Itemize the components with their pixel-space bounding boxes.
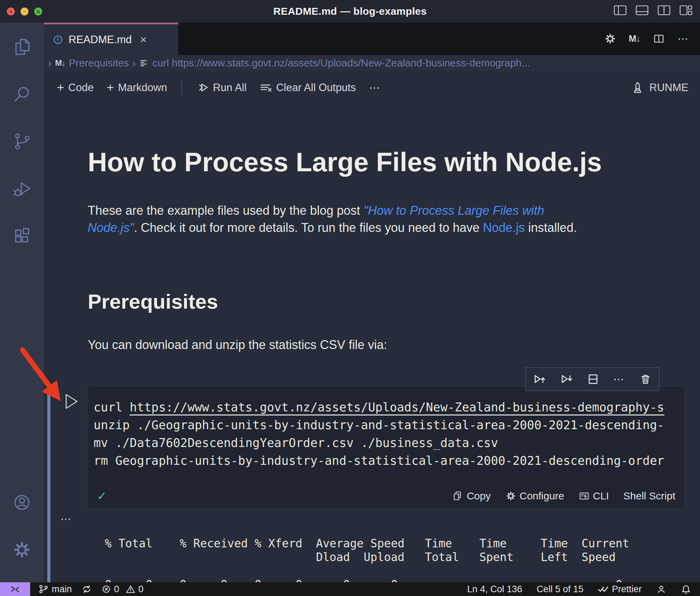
- feedback-person-icon[interactable]: [656, 584, 666, 594]
- tab-strip: README.md × M↓ ⋯: [44, 23, 700, 55]
- source-control-icon[interactable]: [12, 132, 32, 151]
- code-editor[interactable]: curl https://www.stats.govt.nz/assets/Up…: [88, 387, 684, 470]
- code-line: curl https://www.stats.govt.nz/assets/Up…: [94, 400, 664, 415]
- editor-settings-gear-icon[interactable]: [604, 33, 616, 45]
- split-cell-icon[interactable]: [587, 373, 599, 385]
- customize-layout-icon[interactable]: [679, 5, 692, 15]
- formatter-label: Prettier: [612, 584, 642, 595]
- execute-above-icon[interactable]: [533, 373, 546, 386]
- branch-name: main: [52, 584, 72, 595]
- symbol-list-icon: [139, 58, 149, 68]
- blog-post-link[interactable]: "How to Process Large Files with: [363, 203, 544, 218]
- copy-icon: [452, 491, 463, 501]
- problems-indicator[interactable]: 0 0: [101, 584, 144, 595]
- cell-toolbar: ⋯: [525, 367, 660, 391]
- add-code-label: Code: [68, 82, 94, 94]
- run-all-button[interactable]: Run All: [196, 82, 246, 94]
- activity-bar: [0, 23, 44, 582]
- plus-icon: +: [57, 82, 64, 94]
- info-icon: [53, 35, 63, 45]
- intro-paragraph: These are the example files used by the …: [88, 202, 577, 236]
- settings-gear-icon[interactable]: [12, 540, 32, 560]
- tab-label: README.md: [69, 34, 132, 46]
- page-title: How to Process Large Files with Node.js: [88, 147, 602, 178]
- error-count: 0: [114, 584, 119, 595]
- plus-icon: +: [107, 82, 114, 94]
- accounts-icon[interactable]: [12, 493, 32, 512]
- runme-rocket-icon: [631, 81, 644, 95]
- add-markdown-label: Markdown: [118, 82, 167, 94]
- code-cell[interactable]: curl https://www.stats.govt.nz/assets/Up…: [88, 386, 685, 508]
- intro-text: These are the example files used by the …: [88, 203, 363, 218]
- copy-button[interactable]: Copy: [452, 490, 491, 502]
- language-mode-label[interactable]: Shell Script: [623, 490, 675, 502]
- extensions-icon[interactable]: [12, 226, 32, 246]
- blog-post-link[interactable]: Node.js": [88, 221, 134, 235]
- success-check-icon: ✓: [97, 489, 107, 503]
- tab-readme[interactable]: README.md ×: [44, 23, 178, 55]
- explorer-icon[interactable]: [12, 37, 32, 57]
- run-debug-icon[interactable]: [12, 179, 32, 199]
- cell-more-actions-icon[interactable]: ⋯: [613, 373, 625, 386]
- toolbar-more-icon[interactable]: ⋯: [369, 81, 381, 94]
- toggle-primary-sidebar-icon[interactable]: [614, 5, 627, 15]
- cursor-position[interactable]: Ln 4, Col 136: [467, 584, 522, 595]
- remote-indicator-button[interactable]: [0, 582, 30, 596]
- branch-indicator[interactable]: main: [38, 584, 72, 595]
- error-icon: [101, 584, 111, 594]
- run-all-label: Run All: [213, 82, 246, 94]
- notifications-bell-icon[interactable]: [681, 584, 691, 594]
- git-branch-icon: [38, 584, 49, 594]
- toggle-panel-icon[interactable]: [636, 5, 649, 15]
- toggle-secondary-sidebar-icon[interactable]: [657, 5, 671, 15]
- search-icon[interactable]: [12, 84, 32, 104]
- intro-text: . Check it out for more details. To run …: [134, 221, 483, 235]
- execute-below-icon[interactable]: [560, 373, 573, 386]
- open-preview-icon[interactable]: M↓: [629, 34, 640, 44]
- window-title: README.md — blog-examples: [0, 0, 700, 23]
- run-cell-button[interactable]: [64, 393, 80, 410]
- chevron-right-icon: ›: [48, 57, 52, 70]
- code-line: unzip ./Geographic-units-by-industry-and…: [94, 418, 664, 432]
- warning-icon: [126, 584, 135, 594]
- runme-label: RUNME: [649, 82, 688, 94]
- add-markdown-cell-button[interactable]: + Markdown: [107, 82, 167, 94]
- download-instruction-text: You can download and unzip the statistic…: [88, 338, 387, 352]
- markdown-symbol-icon: M↓: [55, 58, 65, 68]
- delete-cell-icon[interactable]: [639, 373, 652, 386]
- split-editor-icon[interactable]: [653, 33, 665, 45]
- add-code-cell-button[interactable]: + Code: [57, 82, 94, 94]
- notebook-toolbar: + Code + Markdown Run All Clear All Outp…: [44, 71, 700, 104]
- code-line: mv ./Data7602DescendingYearOrder.csv ./b…: [94, 436, 498, 450]
- chevron-right-icon: ›: [132, 57, 136, 70]
- cli-button[interactable]: CLI: [579, 490, 609, 502]
- cell-status-bar: ✓ Copy Configure CLI Shell Script: [88, 485, 684, 507]
- configure-button[interactable]: Configure: [505, 490, 564, 502]
- code-line: rm Geographic-units-by-industry-and-stat…: [94, 454, 664, 468]
- cli-icon: [579, 491, 590, 501]
- configure-label: Configure: [520, 490, 564, 502]
- breadcrumb: › M↓ Prerequisites › curl https://www.st…: [44, 55, 700, 71]
- formatter-indicator[interactable]: Prettier: [598, 584, 642, 595]
- copy-label: Copy: [467, 490, 491, 502]
- tab-close-icon[interactable]: ×: [140, 33, 147, 46]
- sync-icon[interactable]: [82, 584, 92, 594]
- cell-position[interactable]: Cell 5 of 15: [536, 584, 583, 595]
- runme-button[interactable]: RUNME: [631, 81, 688, 95]
- status-bar: main 0 0 Ln 4, Col 136 Cell 5 of 15 Pret…: [0, 582, 700, 596]
- nodejs-link[interactable]: Node.js: [483, 221, 525, 235]
- output-collapse-indicator[interactable]: ⋯: [60, 512, 71, 525]
- cli-label: CLI: [593, 490, 609, 502]
- breadcrumb-section[interactable]: curl https://www.stats.govt.nz/assets/Up…: [152, 57, 530, 69]
- more-actions-icon[interactable]: ⋯: [677, 32, 689, 45]
- clear-all-outputs-button[interactable]: Clear All Outputs: [260, 82, 356, 94]
- gear-icon: [505, 491, 516, 501]
- double-check-icon: [598, 584, 609, 594]
- remote-icon: [10, 584, 21, 595]
- prerequisites-heading: Prerequisites: [88, 290, 218, 313]
- code-url-link[interactable]: https://www.stats.govt.nz/assets/Uploads…: [130, 400, 664, 415]
- breadcrumb-section[interactable]: Prerequisites: [69, 57, 129, 69]
- toolbar-separator: [181, 80, 182, 95]
- intro-text: installed.: [525, 221, 577, 235]
- clear-all-outputs-label: Clear All Outputs: [276, 82, 356, 94]
